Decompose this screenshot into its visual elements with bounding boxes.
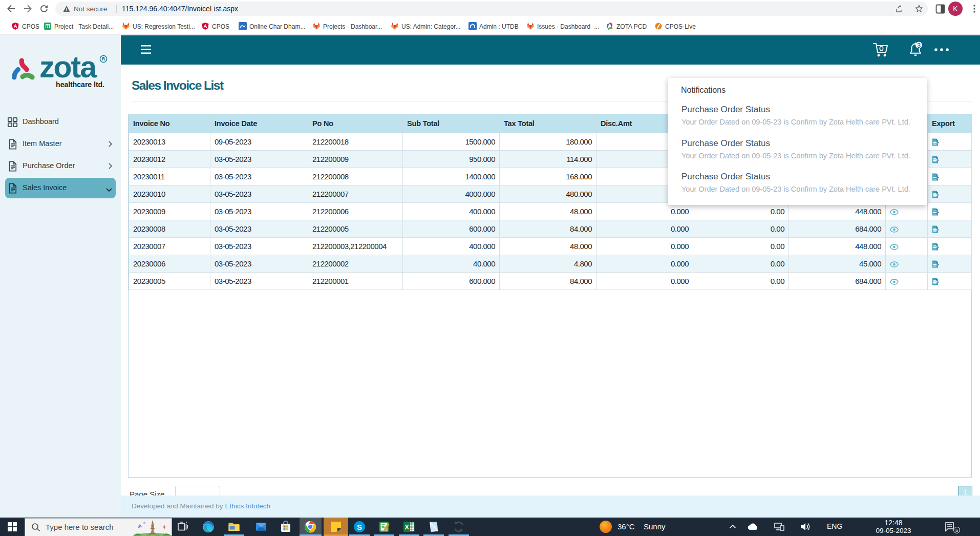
svg-text:R: R — [102, 56, 105, 61]
svg-text:X: X — [404, 523, 409, 531]
svg-text:3: 3 — [917, 42, 921, 49]
svg-text:S: S — [357, 523, 362, 531]
